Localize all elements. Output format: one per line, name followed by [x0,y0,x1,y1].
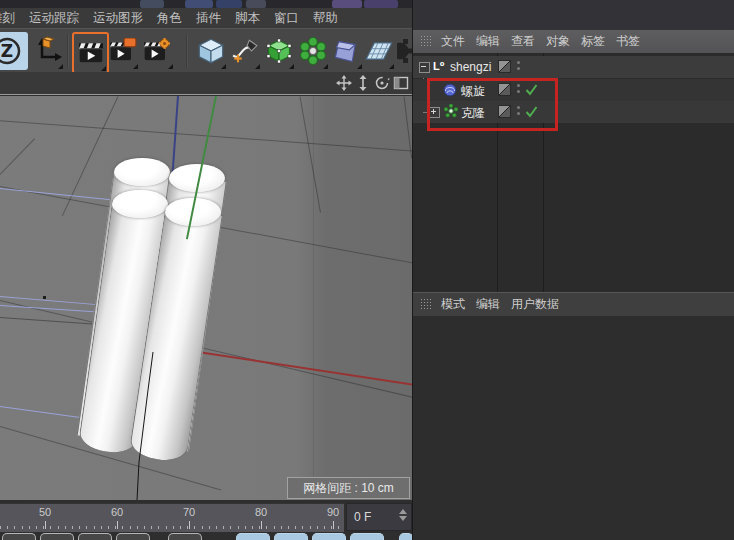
transport-button[interactable] [274,533,308,540]
tick-label: 70 [174,506,204,518]
am-menu-mode[interactable]: 模式 [441,296,465,313]
main-toolbar: Z [0,28,413,73]
spline-pen-icon[interactable] [228,32,261,70]
render-view-icon[interactable] [72,32,109,74]
menu-sculpt[interactable]: 雕刻 [0,10,15,27]
attribute-manager-body [413,316,734,540]
menu-script[interactable]: 脚本 [235,10,260,27]
editor-render-dots[interactable] [517,61,521,73]
tick-label: 80 [246,506,276,518]
cinema4d-window: 雕刻 运动跟踪 运动图形 角色 插件 脚本 窗口 帮助 Z [0,0,734,540]
panel-grip-icon[interactable] [420,298,433,311]
om-menu-bookmarks[interactable]: 书签 [616,33,640,50]
primitive-cube-icon[interactable] [194,32,227,70]
maximize-icon[interactable] [393,75,409,91]
panel-grip-icon[interactable] [420,35,433,48]
cutoff-icon-blob [246,0,266,8]
cutoff-icon-blob [364,0,398,8]
menu-motion-tracker[interactable]: 运动跟踪 [29,10,79,27]
current-frame-field[interactable]: 0 F [346,503,412,531]
panel-top-strip [413,0,734,30]
collapse-expando-icon[interactable] [419,62,430,73]
cutoff-icon-blob [216,0,242,8]
axis-move-icon[interactable] [31,32,64,70]
gear-icon[interactable] [397,32,413,70]
rotate-icon[interactable] [374,75,390,91]
transport-button[interactable] [40,533,74,540]
null-object-icon: L⁰ [433,60,445,73]
transport-button[interactable] [2,533,36,540]
array-cloner-icon[interactable] [296,32,329,70]
pan-icon[interactable] [336,75,352,91]
object-manager-menubar: 文件 编辑 查看 对象 标签 书签 [413,30,734,54]
transport-button[interactable] [78,533,112,540]
viewport-header [0,72,413,95]
transport-button[interactable] [168,533,202,540]
tick-label: 50 [30,506,60,518]
tick-label: 60 [102,506,132,518]
om-menu-edit[interactable]: 编辑 [476,33,500,50]
cutoff-icon-blob [185,0,213,8]
tree-row-shengzi[interactable]: L⁰ shengzi [413,56,734,78]
cutoff-icon-blob [140,0,164,8]
svg-text:Z: Z [1,41,13,61]
visibility-toggle-icon[interactable] [498,60,511,73]
highlight-annotation-box [427,78,558,131]
am-menu-userdata[interactable]: 用户数据 [511,296,559,313]
tick-label: 90 [318,506,348,518]
viewport-canvas[interactable]: 网格间距 : 10 cm [0,96,413,500]
top-cutoff-strip [0,0,413,8]
floor-grid-icon[interactable] [363,32,395,70]
object-label[interactable]: shengzi [450,60,491,74]
timeline-ruler[interactable]: 50 60 70 80 90 [0,503,344,533]
current-frame-value: 0 F [354,510,371,524]
menu-mograph[interactable]: 运动图形 [93,10,143,27]
om-menu-objects[interactable]: 对象 [546,33,570,50]
deformer-icon[interactable] [330,32,363,70]
menu-help[interactable]: 帮助 [313,10,338,27]
frame-spinner[interactable] [399,509,407,521]
transport-buttons-strip [0,532,413,540]
om-menu-file[interactable]: 文件 [441,33,465,50]
transport-button[interactable] [399,533,413,540]
grid-spacing-label: 网格间距 : 10 cm [287,477,410,499]
transport-button[interactable] [236,533,270,540]
z-logo-icon[interactable]: Z [0,32,28,70]
editable-cube-icon[interactable] [262,32,295,70]
toolbar-separator [67,34,69,68]
am-menu-edit[interactable]: 编辑 [476,296,500,313]
right-panel: 文件 编辑 查看 对象 标签 书签 L⁰ shengzi [412,0,734,540]
helix-spline-line [0,96,412,500]
attribute-manager-menubar: 模式 编辑 用户数据 [413,292,734,317]
render-settings-icon[interactable] [140,32,174,70]
om-menu-view[interactable]: 查看 [511,33,535,50]
menu-window[interactable]: 窗口 [274,10,299,27]
cutoff-icon-blob [332,0,362,8]
om-menu-tags[interactable]: 标签 [581,33,605,50]
transport-button[interactable] [312,533,346,540]
menu-plugins[interactable]: 插件 [196,10,221,27]
transport-button[interactable] [116,533,150,540]
toolbar-separator [186,34,188,68]
menu-character[interactable]: 角色 [157,10,182,27]
dolly-zoom-icon[interactable] [355,75,371,91]
transport-button[interactable] [350,533,384,540]
render-region-icon[interactable] [106,32,139,70]
main-menubar: 雕刻 运动跟踪 运动图形 角色 插件 脚本 窗口 帮助 [0,8,413,28]
object-manager-tree: L⁰ shengzi 螺旋 [413,53,734,292]
minor-ticks [0,526,344,529]
